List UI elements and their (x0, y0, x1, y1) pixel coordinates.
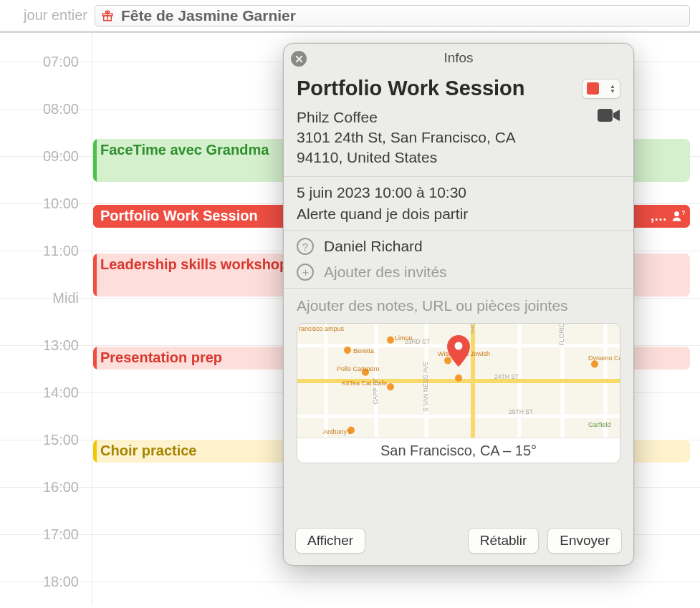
svg-text:25TH ST: 25TH ST (509, 408, 534, 415)
hour-label: 09:00 (0, 148, 86, 165)
add-invitee-placeholder: Ajouter des invités (324, 264, 447, 281)
event-title: Portfolio Work Session (100, 208, 258, 223)
map-image: 23RD ST 24TH ST 25TH ST CAPP ST S VAN NE… (297, 324, 620, 438)
all-day-event-title: Fête de Jasmine Garnier (121, 7, 296, 24)
invitee-row[interactable]: ? Daniel Richard (297, 238, 620, 255)
svg-point-3 (674, 211, 679, 216)
svg-point-28 (387, 337, 394, 344)
svg-text:rancisco ampus: rancisco ampus (299, 326, 344, 333)
show-button[interactable]: Afficher (295, 528, 365, 554)
location-addr1: 3101 24th St, San Francisco, CA (297, 129, 516, 145)
hour-label: 11:00 (0, 243, 86, 259)
event-title: FaceTime avec Grandma (100, 142, 269, 158)
invitee-name: Daniel Richard (324, 238, 423, 255)
svg-text:KitTea Cat Cafe: KitTea Cat Cafe (342, 380, 387, 387)
hour-label: 16:00 (0, 479, 86, 496)
notes-placeholder[interactable]: Ajouter des notes, URL ou pièces jointes (297, 297, 620, 314)
video-call-icon[interactable] (598, 107, 620, 123)
hour-label: 18:00 (0, 574, 86, 590)
hour-label: 07:00 (0, 54, 86, 70)
svg-text:Pollo Campero: Pollo Campero (337, 365, 379, 372)
svg-text:Beretta: Beretta (353, 347, 375, 354)
location-addr2: 94110, United States (297, 149, 437, 165)
svg-text:Garfield: Garfield (588, 421, 610, 428)
all-day-label: jour entier (11, 7, 87, 24)
hour-label: 08:00 (0, 101, 86, 117)
svg-point-23 (387, 383, 394, 390)
section-datetime: 5 juin 2023 10:00 à 10:30 Alerte quand j… (284, 176, 633, 230)
svg-rect-7 (598, 109, 613, 122)
hour-label: 15:00 (0, 432, 86, 448)
svg-text:?: ? (681, 209, 685, 216)
event-datetime[interactable]: 5 juin 2023 10:00 à 10:30 (297, 184, 620, 201)
svg-text:Limon: Limon (395, 334, 412, 342)
event-invitee-badge: ,… ? (645, 205, 690, 228)
event-location[interactable]: Philz Coffee 3101 24th St, San Francisco… (297, 107, 516, 168)
svg-text:FLORIDA ST: FLORIDA ST (558, 324, 565, 346)
map-pin-icon (446, 335, 471, 370)
svg-text:S VAN NESS AVE: S VAN NESS AVE (422, 362, 429, 412)
revert-button[interactable]: Rétablir (468, 528, 539, 554)
section-notes: Ajouter des notes, URL ou pièces jointes (284, 288, 633, 519)
location-map[interactable]: 23RD ST 24TH ST 25TH ST CAPP ST S VAN NE… (297, 323, 620, 463)
add-invitee-row[interactable]: ＋ Ajouter des invités (297, 264, 620, 281)
event-title-field[interactable]: Portfolio Work Session (297, 77, 525, 100)
popover-button-row: Afficher Rétablir Envoyer (284, 519, 633, 565)
calendar-color-select[interactable]: ▲▼ (582, 79, 620, 99)
hour-label: 13:00 (0, 337, 86, 354)
svg-text:Anthony's: Anthony's (323, 428, 352, 435)
popover-header: Infos (284, 44, 633, 72)
event-title: Leadership skills workshop (100, 256, 288, 272)
svg-text:Dynamo Coffee: Dynamo Coffee (588, 355, 620, 362)
event-details-popover: Infos Portfolio Work Session ▲▼ Philz Co… (283, 43, 634, 566)
hour-label: 14:00 (0, 385, 86, 401)
event-title: Choir practice (100, 443, 196, 458)
popover-tab-infos[interactable]: Infos (444, 50, 473, 66)
section-invitees: ? Daniel Richard ＋ Ajouter des invités (284, 230, 633, 288)
send-button[interactable]: Envoyer (547, 528, 622, 554)
svg-point-45 (455, 342, 463, 349)
event-alert[interactable]: Alerte quand je dois partir (297, 206, 620, 223)
map-weather-footer: San Francisco, CA – 15° (297, 438, 620, 463)
close-button[interactable] (291, 51, 307, 67)
hour-label: 17:00 (0, 526, 86, 543)
event-badge-more: ,… (651, 209, 667, 224)
section-title-location: Portfolio Work Session ▲▼ Philz Coffee 3… (284, 72, 633, 176)
location-name: Philz Coffee (297, 109, 378, 125)
chevron-updown-icon: ▲▼ (610, 84, 615, 94)
gift-icon (101, 9, 114, 22)
all-day-row: jour entier Fête de Jasmine Garnier (0, 0, 700, 33)
color-swatch (587, 82, 599, 95)
all-day-event-birthday[interactable]: Fête de Jasmine Garnier (95, 5, 690, 26)
svg-text:24TH ST: 24TH ST (494, 373, 519, 380)
svg-point-21 (344, 347, 351, 354)
svg-point-25 (455, 375, 462, 382)
svg-text:SHOTWELL ST: SHOTWELL ST (470, 324, 476, 334)
plus-icon: ＋ (297, 264, 314, 281)
hour-label: 10:00 (0, 196, 86, 212)
hour-label: Midi (0, 290, 86, 307)
event-title: Presentation prep (100, 349, 222, 365)
question-icon: ? (297, 238, 314, 255)
